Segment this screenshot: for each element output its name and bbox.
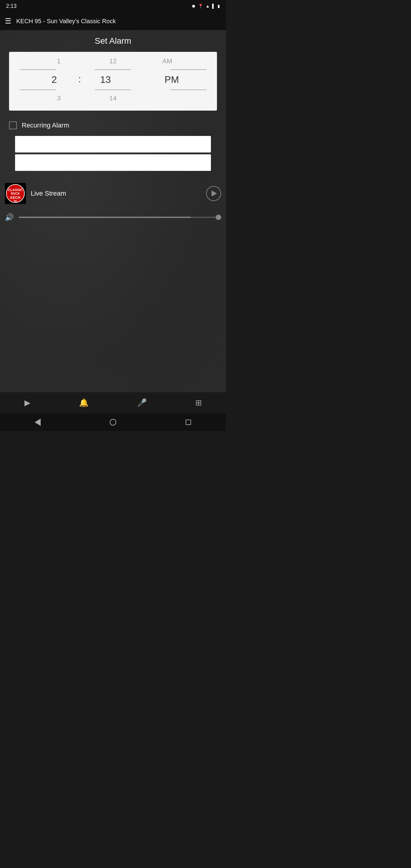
- location-icon: 📍: [198, 4, 203, 8]
- station-logo: CLASSIC ROCK KECH 95: [5, 183, 26, 204]
- volume-slider[interactable]: [19, 217, 221, 218]
- top-bar: ☰ KECH 95 - Sun Valley's Classic Rock: [0, 12, 226, 30]
- kech-logo-svg: CLASSIC ROCK KECH 95: [6, 184, 25, 204]
- sys-back-button[interactable]: [33, 418, 42, 427]
- minute-above: 12: [89, 55, 137, 67]
- nav-play-icon: ▶: [24, 398, 30, 407]
- battery-icon: ▮: [218, 4, 220, 8]
- nav-play[interactable]: ▶: [19, 396, 36, 410]
- period-below: [143, 96, 191, 101]
- volume-icon: 🔊: [5, 213, 14, 221]
- nav-grid[interactable]: ⊞: [189, 396, 208, 410]
- volume-slider-thumb[interactable]: [216, 215, 221, 220]
- input-box-2[interactable]: [15, 154, 211, 171]
- hour-below-col: 3: [35, 92, 83, 104]
- minute-col: 12: [89, 55, 137, 67]
- hour-selected: 2: [30, 72, 78, 88]
- record-icon: ⏺: [191, 4, 195, 8]
- nav-record[interactable]: 🎤: [131, 396, 153, 410]
- svg-text:ROCK: ROCK: [11, 192, 20, 195]
- sys-recent-button[interactable]: [184, 418, 193, 427]
- minute-below: 14: [89, 92, 137, 104]
- status-time: 2:13: [6, 3, 17, 9]
- recent-icon: [186, 420, 191, 425]
- recurring-alarm-row[interactable]: Recurring Alarm: [0, 117, 226, 134]
- period-above: AM: [143, 55, 191, 67]
- time-picker[interactable]: 1 12 AM 2 : 13: [9, 52, 217, 111]
- period-col: AM: [143, 55, 191, 67]
- main-content: Set Alarm 1 12 AM 2: [0, 30, 226, 392]
- signal-icon: ▌: [212, 4, 215, 8]
- hour-selected-col: 2: [30, 72, 78, 88]
- input-box-1[interactable]: [15, 136, 211, 153]
- hour-col: 1: [35, 55, 83, 67]
- svg-text:CLASSIC: CLASSIC: [8, 188, 22, 192]
- top-bar-title: KECH 95 - Sun Valley's Classic Rock: [16, 18, 116, 25]
- volume-slider-fill: [19, 217, 191, 218]
- wifi-icon: ▲: [205, 4, 210, 8]
- recurring-alarm-checkbox[interactable]: [9, 121, 17, 129]
- nav-alarm[interactable]: 🔔: [73, 396, 95, 410]
- live-stream-label: Live Stream: [31, 190, 201, 197]
- live-stream-play-button[interactable]: [206, 186, 221, 201]
- volume-section: 🔊: [0, 210, 226, 224]
- svg-text:95: 95: [13, 199, 17, 203]
- set-alarm-title: Set Alarm: [0, 36, 226, 46]
- svg-text:KECH: KECH: [10, 195, 20, 200]
- separator: :: [78, 73, 81, 86]
- minute-selected: 13: [81, 72, 130, 88]
- status-bar: 2:13 ⏺ 📍 ▲ ▌ ▮: [0, 0, 226, 12]
- status-icons: ⏺ 📍 ▲ ▌ ▮: [191, 4, 220, 8]
- time-picker-bottom-row: 3 14: [9, 92, 217, 104]
- nav-alarm-icon: 🔔: [79, 398, 89, 407]
- home-icon: [110, 419, 116, 426]
- nav-grid-icon: ⊞: [195, 398, 202, 407]
- hamburger-menu-icon[interactable]: ☰: [5, 17, 11, 25]
- period-selected-col: PM: [148, 72, 196, 88]
- period-below-col: [143, 96, 191, 101]
- live-stream-section: CLASSIC ROCK KECH 95 Live Stream: [0, 177, 226, 210]
- system-nav-bar: [0, 413, 226, 431]
- hour-above: 1: [35, 55, 83, 67]
- minute-selected-col: 13: [81, 72, 130, 88]
- recurring-alarm-label: Recurring Alarm: [22, 121, 69, 129]
- hour-below: 3: [35, 92, 83, 104]
- back-icon: [35, 418, 41, 426]
- time-picker-top-row: 1 12 AM: [9, 55, 217, 67]
- sys-home-button[interactable]: [108, 418, 118, 427]
- time-picker-selected-row: 2 : 13 PM: [9, 70, 217, 89]
- nav-record-icon: 🎤: [137, 398, 147, 407]
- period-selected: PM: [148, 72, 196, 88]
- bottom-nav: ▶ 🔔 🎤 ⊞: [0, 392, 226, 413]
- minute-below-col: 14: [89, 92, 137, 104]
- play-icon: [212, 190, 217, 196]
